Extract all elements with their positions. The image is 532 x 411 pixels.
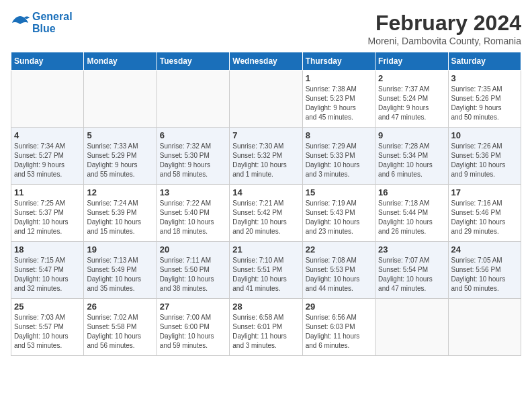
calendar-week-row: 4Sunrise: 7:34 AM Sunset: 5:27 PM Daylig… (11, 128, 521, 185)
day-number: 20 (160, 244, 226, 255)
day-info: Sunrise: 7:22 AM Sunset: 5:40 PM Dayligh… (160, 199, 226, 236)
day-info: Sunrise: 7:28 AM Sunset: 5:34 PM Dayligh… (378, 142, 445, 179)
day-number: 6 (160, 130, 226, 140)
calendar-cell: 29Sunrise: 6:56 AM Sunset: 6:03 PM Dayli… (302, 299, 375, 356)
day-number: 12 (87, 187, 153, 197)
day-number: 18 (14, 244, 81, 255)
day-info: Sunrise: 7:30 AM Sunset: 5:32 PM Dayligh… (232, 142, 299, 179)
calendar-cell: 25Sunrise: 7:03 AM Sunset: 5:57 PM Dayli… (11, 299, 84, 356)
calendar-cell: 16Sunrise: 7:18 AM Sunset: 5:44 PM Dayli… (375, 185, 448, 242)
day-info: Sunrise: 7:03 AM Sunset: 5:57 PM Dayligh… (14, 313, 81, 351)
day-number: 29 (306, 302, 372, 312)
day-number: 19 (87, 244, 153, 255)
day-info: Sunrise: 7:32 AM Sunset: 5:30 PM Dayligh… (160, 142, 226, 179)
calendar-cell: 15Sunrise: 7:19 AM Sunset: 5:43 PM Dayli… (302, 185, 375, 242)
month-title: February 2024 (367, 11, 521, 36)
location-subtitle: Moreni, Dambovita County, Romania (367, 36, 521, 46)
page-header: General Blue February 2024 Moreni, Dambo… (11, 11, 521, 46)
day-info: Sunrise: 7:37 AM Sunset: 5:24 PM Dayligh… (378, 85, 445, 122)
day-number: 8 (306, 130, 372, 140)
day-info: Sunrise: 6:58 AM Sunset: 6:01 PM Dayligh… (232, 313, 299, 351)
calendar-cell: 9Sunrise: 7:28 AM Sunset: 5:34 PM Daylig… (375, 128, 448, 185)
calendar-table: SundayMondayTuesdayWednesdayThursdayFrid… (11, 52, 521, 356)
day-number: 5 (87, 130, 153, 140)
day-number: 24 (451, 244, 518, 255)
day-number: 11 (14, 187, 81, 197)
day-number: 4 (14, 130, 81, 140)
day-number: 26 (87, 302, 153, 312)
weekday-header: Monday (84, 52, 157, 71)
day-info: Sunrise: 7:19 AM Sunset: 5:43 PM Dayligh… (306, 199, 372, 236)
day-number: 3 (451, 73, 518, 83)
logo: General Blue (11, 11, 73, 34)
weekday-header: Saturday (448, 52, 521, 71)
day-info: Sunrise: 7:13 AM Sunset: 5:49 PM Dayligh… (87, 256, 153, 293)
day-info: Sunrise: 7:16 AM Sunset: 5:46 PM Dayligh… (451, 199, 518, 236)
calendar-cell: 7Sunrise: 7:30 AM Sunset: 5:32 PM Daylig… (230, 128, 302, 185)
calendar-cell: 22Sunrise: 7:08 AM Sunset: 5:53 PM Dayli… (302, 242, 375, 299)
calendar-cell: 6Sunrise: 7:32 AM Sunset: 5:30 PM Daylig… (157, 128, 229, 185)
day-number: 7 (232, 130, 299, 140)
day-info: Sunrise: 7:15 AM Sunset: 5:47 PM Dayligh… (14, 256, 81, 293)
day-info: Sunrise: 7:05 AM Sunset: 5:56 PM Dayligh… (451, 256, 518, 293)
calendar-cell: 18Sunrise: 7:15 AM Sunset: 5:47 PM Dayli… (11, 242, 84, 299)
day-number: 10 (451, 130, 518, 140)
weekday-header: Friday (375, 52, 448, 71)
calendar-cell: 27Sunrise: 7:00 AM Sunset: 6:00 PM Dayli… (157, 299, 229, 356)
calendar-cell: 26Sunrise: 7:02 AM Sunset: 5:58 PM Dayli… (84, 299, 157, 356)
day-info: Sunrise: 7:00 AM Sunset: 6:00 PM Dayligh… (160, 313, 226, 351)
day-number: 1 (306, 73, 372, 83)
day-info: Sunrise: 6:56 AM Sunset: 6:03 PM Dayligh… (306, 313, 372, 351)
calendar-cell: 8Sunrise: 7:29 AM Sunset: 5:33 PM Daylig… (302, 128, 375, 185)
day-info: Sunrise: 7:38 AM Sunset: 5:23 PM Dayligh… (306, 85, 372, 122)
calendar-cell: 11Sunrise: 7:25 AM Sunset: 5:37 PM Dayli… (11, 185, 84, 242)
day-number: 28 (232, 302, 299, 312)
calendar-cell: 19Sunrise: 7:13 AM Sunset: 5:49 PM Dayli… (84, 242, 157, 299)
calendar-cell (11, 71, 84, 128)
weekday-header: Tuesday (157, 52, 229, 71)
day-number: 15 (306, 187, 372, 197)
calendar-cell (375, 299, 448, 356)
calendar-week-row: 25Sunrise: 7:03 AM Sunset: 5:57 PM Dayli… (11, 299, 521, 356)
day-number: 22 (306, 244, 372, 255)
calendar-cell: 23Sunrise: 7:07 AM Sunset: 5:54 PM Dayli… (375, 242, 448, 299)
day-number: 14 (232, 187, 299, 197)
calendar-cell: 20Sunrise: 7:11 AM Sunset: 5:50 PM Dayli… (157, 242, 229, 299)
calendar-cell: 1Sunrise: 7:38 AM Sunset: 5:23 PM Daylig… (302, 71, 375, 128)
calendar-cell: 12Sunrise: 7:24 AM Sunset: 5:39 PM Dayli… (84, 185, 157, 242)
calendar-cell: 4Sunrise: 7:34 AM Sunset: 5:27 PM Daylig… (11, 128, 84, 185)
day-number: 21 (232, 244, 299, 255)
day-info: Sunrise: 7:26 AM Sunset: 5:36 PM Dayligh… (451, 142, 518, 179)
calendar-cell: 5Sunrise: 7:33 AM Sunset: 5:29 PM Daylig… (84, 128, 157, 185)
calendar-week-row: 18Sunrise: 7:15 AM Sunset: 5:47 PM Dayli… (11, 242, 521, 299)
logo-icon (11, 15, 30, 31)
calendar-cell (448, 299, 521, 356)
day-info: Sunrise: 7:35 AM Sunset: 5:26 PM Dayligh… (451, 85, 518, 122)
title-block: February 2024 Moreni, Dambovita County, … (367, 11, 521, 46)
day-number: 2 (378, 73, 445, 83)
calendar-cell: 10Sunrise: 7:26 AM Sunset: 5:36 PM Dayli… (448, 128, 521, 185)
day-info: Sunrise: 7:07 AM Sunset: 5:54 PM Dayligh… (378, 256, 445, 293)
day-number: 17 (451, 187, 518, 197)
calendar-cell: 28Sunrise: 6:58 AM Sunset: 6:01 PM Dayli… (230, 299, 302, 356)
calendar-cell: 14Sunrise: 7:21 AM Sunset: 5:42 PM Dayli… (230, 185, 302, 242)
day-number: 16 (378, 187, 445, 197)
weekday-header: Wednesday (230, 52, 302, 71)
day-info: Sunrise: 7:33 AM Sunset: 5:29 PM Dayligh… (87, 142, 153, 179)
day-number: 23 (378, 244, 445, 255)
calendar-cell: 21Sunrise: 7:10 AM Sunset: 5:51 PM Dayli… (230, 242, 302, 299)
day-info: Sunrise: 7:18 AM Sunset: 5:44 PM Dayligh… (378, 199, 445, 236)
calendar-cell: 3Sunrise: 7:35 AM Sunset: 5:26 PM Daylig… (448, 71, 521, 128)
day-info: Sunrise: 7:10 AM Sunset: 5:51 PM Dayligh… (232, 256, 299, 293)
calendar-cell (84, 71, 157, 128)
day-info: Sunrise: 7:25 AM Sunset: 5:37 PM Dayligh… (14, 199, 81, 236)
calendar-week-row: 1Sunrise: 7:38 AM Sunset: 5:23 PM Daylig… (11, 71, 521, 128)
calendar-cell (157, 71, 229, 128)
calendar-cell (230, 71, 302, 128)
calendar-header-row: SundayMondayTuesdayWednesdayThursdayFrid… (11, 52, 521, 71)
day-info: Sunrise: 7:29 AM Sunset: 5:33 PM Dayligh… (306, 142, 372, 179)
day-info: Sunrise: 7:34 AM Sunset: 5:27 PM Dayligh… (14, 142, 81, 179)
calendar-cell: 24Sunrise: 7:05 AM Sunset: 5:56 PM Dayli… (448, 242, 521, 299)
calendar-cell: 13Sunrise: 7:22 AM Sunset: 5:40 PM Dayli… (157, 185, 229, 242)
day-info: Sunrise: 7:21 AM Sunset: 5:42 PM Dayligh… (232, 199, 299, 236)
